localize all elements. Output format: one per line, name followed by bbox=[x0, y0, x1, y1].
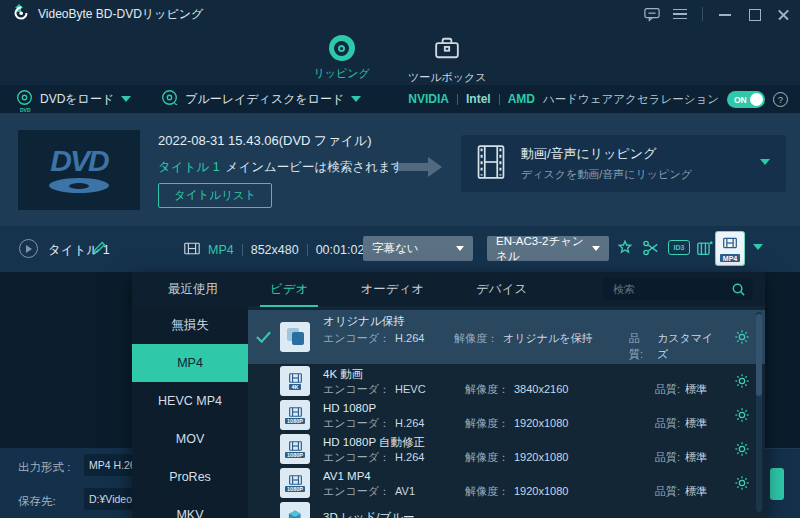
id3-tag-button[interactable]: ID3 bbox=[668, 240, 690, 255]
popup-tab-device[interactable]: デバイス bbox=[472, 272, 531, 307]
close-button[interactable] bbox=[776, 7, 790, 21]
menu-icon[interactable] bbox=[673, 9, 687, 20]
play-preview-button[interactable] bbox=[19, 239, 38, 258]
format-row-4k[interactable]: 4K 4K 動画 エンコーダ：HEVC 解像度：3840x2160 品質:標準 bbox=[248, 364, 765, 398]
popup-tab-recent[interactable]: 最近使用 bbox=[164, 272, 222, 307]
load-bluray-caret-icon bbox=[351, 96, 361, 102]
output-format-button[interactable]: MP4 bbox=[716, 232, 744, 265]
dvd-logo-text: DVD bbox=[50, 147, 107, 175]
search-icon[interactable] bbox=[731, 282, 746, 301]
quality-value: カスタマイズ bbox=[657, 330, 719, 362]
disc-title-highlight: タイトル 1 bbox=[158, 159, 220, 176]
format-caret-icon[interactable] bbox=[753, 244, 763, 250]
icon-badge: 4K bbox=[289, 384, 300, 390]
media-separator bbox=[242, 244, 243, 256]
sidebar-item-lossless[interactable]: 無損失 bbox=[132, 306, 248, 344]
format-popup: 最近使用 ビデオ オーディオ デバイス 無損失 MP4 HEVC MP4 MOV… bbox=[132, 272, 765, 518]
format-name: 3D レッド/ブルー bbox=[323, 510, 765, 518]
popup-tab-audio[interactable]: オーディオ bbox=[356, 272, 428, 307]
output-format-select[interactable]: MP4 H.26 bbox=[84, 454, 132, 476]
filmstrip-icon bbox=[477, 145, 505, 183]
audio-select-caret-icon bbox=[592, 246, 600, 251]
toggle-on-label: ON bbox=[734, 95, 747, 105]
rip-all-button-edge[interactable] bbox=[770, 468, 784, 500]
encoder-value: H.264 bbox=[395, 330, 424, 362]
cut-scissors-icon[interactable] bbox=[642, 239, 660, 261]
hardware-acceleration-cluster: NVIDIA Intel AMD ハードウェアアクセラレーション ON ? bbox=[408, 91, 788, 108]
feedback-icon[interactable] bbox=[644, 7, 658, 21]
hw-accel-toggle[interactable]: ON bbox=[727, 91, 765, 108]
format-name: HD 1080P 自動修正 bbox=[323, 435, 719, 450]
load-dvd-button[interactable]: DVD DVDをロード bbox=[16, 89, 131, 110]
sidebar-item-prores[interactable]: ProRes bbox=[132, 458, 248, 496]
load-bluray-button[interactable]: ブルーレイディスクをロード bbox=[161, 89, 361, 110]
media-film-icon bbox=[184, 241, 200, 259]
1080p-video-icon: 1080P bbox=[280, 434, 310, 464]
sidebar-item-hevc-mp4[interactable]: HEVC MP4 bbox=[132, 382, 248, 420]
sidebar-item-mp4[interactable]: MP4 bbox=[132, 344, 248, 382]
title-row: タイトル 1 MP4 852x480 00:01:02 字幕ない EN-AC3-… bbox=[0, 226, 800, 272]
media-info: MP4 852x480 00:01:02 bbox=[184, 241, 364, 259]
output-format-label: 出力形式 : bbox=[18, 460, 70, 475]
destination-input[interactable]: D:¥VideoB bbox=[84, 488, 132, 510]
popup-tabbar: 最近使用 ビデオ オーディオ デバイス bbox=[132, 272, 765, 306]
popup-tab-video[interactable]: ビデオ bbox=[266, 272, 312, 307]
output-card-subtitle: ディスクを動画/音声にリッピング bbox=[521, 167, 692, 182]
load-bluray-label: ブルーレイディスクをロード bbox=[185, 91, 344, 108]
output-mode-card[interactable]: 動画/音声にリッピング ディスクを動画/音声にリッピング bbox=[461, 135, 786, 192]
sidebar-item-mkv[interactable]: MKV bbox=[132, 496, 248, 518]
disc-info-section: DVD 2022-08-31 15.43.06(DVD ファイル) タイトル 1… bbox=[0, 113, 800, 226]
format-row-hd1080p-autofix[interactable]: 1080P HD 1080P 自動修正 エンコーダ：H.264 解像度：1920… bbox=[248, 432, 765, 466]
disc-file-name: 2022-08-31 15.43.06(DVD ファイル) bbox=[158, 132, 372, 150]
right-edge-area bbox=[765, 272, 800, 518]
subtitle-select-value: 字幕ない bbox=[372, 241, 448, 256]
brand-intel: Intel bbox=[466, 92, 491, 106]
app-window: VideoByte BD-DVDリッピング リッピング bbox=[0, 0, 800, 518]
window-controls bbox=[644, 0, 790, 28]
dvd-disc-shape bbox=[49, 178, 109, 193]
format-row-hd1080p[interactable]: 1080P HD 1080P エンコーダ：H.264 解像度：1920x1080… bbox=[248, 398, 765, 432]
maximize-button[interactable] bbox=[747, 7, 761, 21]
title-list-button[interactable]: タイトルリスト bbox=[158, 183, 272, 208]
load-dvd-label: DVDをロード bbox=[40, 91, 114, 108]
dvd-thumbnail: DVD bbox=[18, 130, 140, 210]
tab-toolbox[interactable]: ツールボックス bbox=[408, 28, 487, 85]
app-title: VideoByte BD-DVDリッピング bbox=[38, 6, 203, 23]
subtitle-select-caret-icon bbox=[456, 246, 464, 251]
output-card-caret-icon bbox=[760, 159, 770, 165]
hw-accel-label: ハードウェアアクセラレーション bbox=[543, 92, 719, 107]
sidebar-item-mov[interactable]: MOV bbox=[132, 420, 248, 458]
effect-star-icon[interactable] bbox=[616, 239, 634, 261]
resolution-label: 解像度： bbox=[454, 330, 498, 362]
bluray-disc-icon bbox=[161, 89, 178, 110]
icon-badge: 1080P bbox=[285, 418, 305, 424]
titlebar: VideoByte BD-DVDリッピング bbox=[0, 0, 800, 28]
minimize-button[interactable] bbox=[718, 7, 732, 21]
format-row-av1[interactable]: 1080P AV1 MP4 エンコーダ：AV1 解像度：1920x1080 品質… bbox=[248, 466, 765, 500]
format-badge: MP4 bbox=[720, 254, 739, 262]
subtitle-select[interactable]: 字幕ない bbox=[363, 236, 473, 261]
resolution-value: オリジナルを保持 bbox=[503, 330, 593, 362]
disc-title-note: メインムービーは検索されます bbox=[226, 159, 404, 176]
format-row-3d[interactable]: 3D レッド/ブルー bbox=[248, 500, 765, 518]
icon-badge: 1080P bbox=[285, 486, 305, 492]
media-duration: 00:01:02 bbox=[316, 243, 365, 257]
popup-scrollbar-thumb[interactable] bbox=[756, 314, 762, 396]
profile-adjust-icon[interactable] bbox=[696, 239, 714, 261]
output-card-texts: 動画/音声にリッピング ディスクを動画/音声にリッピング bbox=[521, 145, 692, 182]
keep-original-icon bbox=[280, 322, 310, 352]
icon-badge: 1080P bbox=[285, 452, 305, 458]
media-format: MP4 bbox=[208, 243, 234, 257]
audio-track-select[interactable]: EN-AC3-2チャンネル bbox=[487, 236, 609, 261]
format-name: AV1 MP4 bbox=[323, 469, 719, 484]
1080p-video-icon: 1080P bbox=[280, 468, 310, 498]
tab-ripping-label: リッピング bbox=[314, 66, 370, 81]
encoder-label: エンコーダ： bbox=[323, 330, 390, 362]
brand-amd: AMD bbox=[508, 92, 535, 106]
format-list: オリジナル保持 エンコーダ：H.264 解像度：オリジナルを保持 品質:カスタマ… bbox=[248, 306, 765, 518]
format-row-original[interactable]: オリジナル保持 エンコーダ：H.264 解像度：オリジナルを保持 品質:カスタマ… bbox=[248, 310, 765, 364]
tab-ripping[interactable]: リッピング bbox=[314, 28, 370, 85]
rename-pencil-icon[interactable] bbox=[92, 241, 106, 259]
right-footer-area bbox=[765, 448, 800, 518]
hw-accel-help-icon[interactable]: ? bbox=[773, 92, 788, 107]
